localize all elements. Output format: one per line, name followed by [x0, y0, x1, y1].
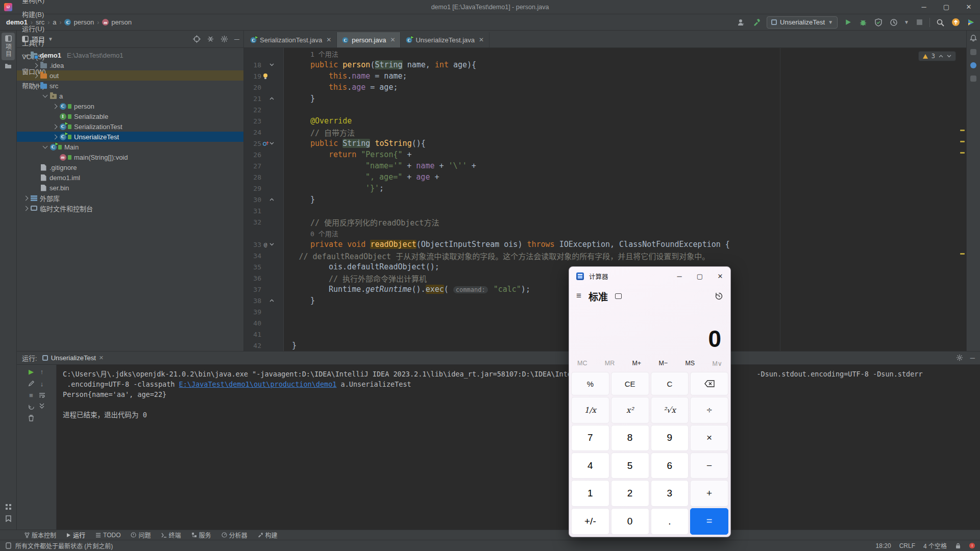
tree-chevron-icon[interactable] — [23, 195, 29, 201]
stop-button[interactable] — [914, 17, 924, 28]
plugin-icon[interactable] — [970, 76, 976, 82]
fold-marker[interactable] — [270, 243, 278, 246]
breadcrumb-item[interactable]: mperson — [102, 18, 132, 26]
calc-button-backspace[interactable] — [690, 372, 728, 395]
tool-button-structure-icon[interactable] — [2, 501, 15, 513]
vcs-status-message[interactable]: 所有文件都处于最新状态 (片刻之前) — [15, 541, 113, 550]
tree-item-a[interactable]: a — [17, 91, 243, 101]
tree-item-src[interactable]: src — [17, 81, 243, 91]
edit-configuration-icon[interactable] — [28, 380, 35, 387]
memory-button-m+[interactable]: M+ — [632, 360, 641, 367]
memory-button-ms[interactable]: MS — [685, 360, 695, 367]
calc-button-CE[interactable]: CE — [611, 372, 649, 395]
tree-chevron-icon[interactable] — [43, 144, 48, 149]
memory-button-m−[interactable]: M− — [658, 360, 668, 367]
calc-button-sym[interactable]: % — [571, 372, 609, 395]
inspections-widget[interactable]: 3 — [918, 51, 956, 61]
calc-minimize-button[interactable]: ─ — [669, 267, 690, 285]
close-button[interactable]: ✕ — [958, 0, 980, 14]
restore-layout-icon[interactable] — [28, 404, 35, 410]
caret-position[interactable]: 18:20 — [876, 542, 891, 549]
up-stack-trace-icon[interactable]: ↑ — [40, 368, 44, 375]
tool-window-button-版本控制[interactable]: 版本控制 — [20, 530, 60, 540]
override-icon[interactable] — [261, 140, 270, 146]
tree-chevron-icon[interactable] — [53, 104, 58, 109]
tool-window-button-构建[interactable]: 构建 — [254, 530, 282, 540]
calc-button-sym[interactable]: + — [690, 480, 728, 506]
indent-setting[interactable]: 4 个空格 — [923, 541, 947, 550]
tree-chevron-icon[interactable] — [43, 93, 48, 98]
console-output[interactable]: C:\Users\月\.jdks\openjdk-21.0.2\bin\java… — [57, 365, 980, 530]
breadcrumb-item[interactable]: Cperson — [64, 18, 94, 26]
minimize-button[interactable]: ─ — [913, 0, 935, 14]
calc-button-8[interactable]: 8 — [611, 425, 649, 451]
tree-item-person[interactable]: Cperson — [17, 101, 243, 111]
plugin-icon[interactable] — [970, 62, 976, 68]
history-icon[interactable] — [715, 292, 723, 300]
calc-button-sym[interactable]: . — [651, 508, 689, 535]
tool-window-button-分析器[interactable]: 分析器 — [217, 530, 252, 540]
debug-button[interactable] — [858, 17, 868, 28]
bulb-icon[interactable] — [261, 73, 270, 80]
tab-person-java[interactable]: Cperson.java✕ — [337, 32, 401, 47]
clear-console-icon[interactable] — [28, 415, 34, 421]
search-everywhere-icon[interactable] — [935, 17, 945, 28]
tree-item-gitignore[interactable]: .gitignore — [17, 162, 243, 172]
calc-maximize-button[interactable]: ▢ — [690, 267, 710, 285]
tool-button-bookmarks-icon[interactable] — [2, 513, 15, 524]
update-available-icon[interactable] — [950, 17, 961, 28]
calc-button-6[interactable]: 6 — [651, 453, 689, 479]
tool-window-button-todo[interactable]: TODO — [91, 530, 125, 540]
tool-button-folder-icon[interactable] — [2, 60, 15, 71]
menu-item[interactable]: 工具(T) — [17, 36, 51, 50]
tree-item-mainstringvoid[interactable]: mmain(String[]):void — [17, 152, 243, 162]
calc-button-sym[interactable]: +/- — [571, 508, 609, 535]
run-button[interactable] — [843, 17, 853, 28]
menu-item[interactable]: 重构(R) — [17, 0, 51, 7]
lock-icon[interactable] — [955, 543, 961, 549]
line-ending[interactable]: CRLF — [899, 542, 915, 549]
stop-console-button[interactable]: ■ — [29, 391, 33, 399]
calc-button-9[interactable]: 9 — [651, 425, 689, 451]
tree-item-serializable[interactable]: ISerializable — [17, 111, 243, 121]
tree-item-demo1[interactable]: demo1E:\JavaTest\demo1 — [17, 50, 243, 60]
calc-button-sym[interactable]: ÷ — [690, 397, 728, 423]
tree-chevron-icon[interactable] — [23, 206, 29, 211]
fold-marker[interactable] — [270, 63, 278, 66]
hide-panel-icon[interactable]: ─ — [234, 35, 239, 43]
run-configuration-select[interactable]: UnserializeTest ▼ — [767, 16, 838, 29]
breadcrumb-item[interactable]: a — [53, 18, 56, 26]
locate-file-icon[interactable] — [193, 35, 201, 43]
close-icon[interactable]: ✕ — [390, 36, 395, 43]
hide-console-icon[interactable]: ─ — [970, 354, 975, 362]
tree-item-unserializetest[interactable]: CUnserializeTest — [17, 132, 243, 142]
menu-item[interactable]: 运行(U) — [17, 21, 51, 36]
profiler-button[interactable] — [889, 17, 899, 28]
maximize-button[interactable]: ▢ — [935, 0, 958, 14]
calc-button-0[interactable]: 0 — [611, 508, 649, 535]
tool-window-button-运行[interactable]: 运行 — [62, 530, 89, 540]
tree-item-idea[interactable]: .idea — [17, 60, 243, 70]
calc-button-7[interactable]: 7 — [571, 425, 609, 451]
tree-item-serbin[interactable]: ser.bin — [17, 183, 243, 193]
calc-button-x[interactable]: x² — [611, 397, 649, 423]
tab-serializationtest-java[interactable]: CSerializationTest.java✕ — [245, 32, 337, 47]
tool-window-button-终端[interactable]: 终端 — [157, 530, 185, 540]
close-icon[interactable]: ✕ — [326, 36, 331, 43]
more-run-actions-icon[interactable]: ▼ — [904, 19, 909, 25]
scroll-to-end-icon[interactable] — [39, 403, 45, 409]
ide-gem-icon[interactable] — [966, 17, 976, 28]
tree-item-[interactable]: 外部库 — [17, 193, 243, 203]
build-hammer-icon[interactable] — [751, 17, 762, 28]
calc-button-1x[interactable]: 1/x — [571, 397, 609, 423]
rerun-button[interactable]: ▶ — [29, 368, 34, 375]
calc-button-x[interactable]: ²√x — [651, 397, 689, 423]
at-icon[interactable]: @ — [261, 241, 270, 248]
hamburger-menu-icon[interactable]: ≡ — [576, 291, 581, 301]
warning-stripe-mark[interactable] — [960, 130, 965, 131]
menu-item[interactable]: 构建(B) — [17, 7, 51, 21]
project-settings-icon[interactable] — [220, 35, 228, 43]
calc-button-3[interactable]: 3 — [651, 480, 689, 506]
warning-stripe-mark[interactable] — [960, 141, 965, 142]
collapse-all-icon[interactable] — [207, 35, 214, 43]
